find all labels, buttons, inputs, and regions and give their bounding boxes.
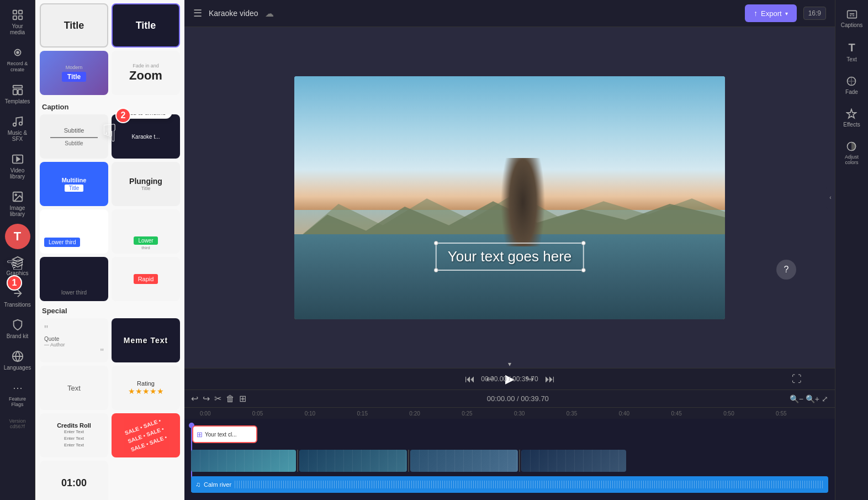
video-clip-2[interactable] <box>299 450 407 472</box>
zoom-in-button[interactable]: 🔍+ <box>806 394 819 403</box>
quote-main-text: Quote <box>44 336 59 342</box>
tile-timer[interactable]: 01:00 <box>40 461 108 500</box>
tile-sale[interactable]: SALE • SALE •SALE • SALE •SALE • SALE • <box>112 413 180 457</box>
sidebar-item-record-create[interactable]: Record &create <box>2 42 33 77</box>
sidebar-label-image-library: Image library <box>4 205 31 217</box>
video-clip-4[interactable] <box>521 450 626 472</box>
text-panel: Title Title Modern Title Fade in and Zoo… <box>35 0 184 500</box>
subtitle-underline: Subtitle <box>50 137 98 146</box>
delete-button[interactable]: 🗑 <box>226 394 235 404</box>
rs-effects[interactable]: Effects <box>841 104 862 132</box>
fast-forward-button[interactable]: ⏭ <box>545 373 555 385</box>
rs-text-icon: T <box>848 41 855 54</box>
tile-meme[interactable]: Meme Text <box>112 318 180 362</box>
tile-rating[interactable]: Rating ★★★★★ <box>112 366 180 410</box>
duplicate-button[interactable]: ⊞ <box>239 393 246 404</box>
ruler-45: 0:45 <box>671 410 723 417</box>
rs-text[interactable]: T Text <box>844 37 859 67</box>
sidebar-label-brand-kit: Brand kit <box>7 333 28 339</box>
sidebar-item-version[interactable]: Versioncd567f <box>2 414 33 434</box>
tile-credits-roll[interactable]: Credits Roll Enter TextEnter TextEnter T… <box>40 413 108 457</box>
ruler-15: 0:15 <box>357 410 409 417</box>
tile-modern-title[interactable]: Modern Title <box>40 51 108 95</box>
tile-quote-author[interactable]: " Quote — Author " <box>40 318 108 362</box>
rs-effects-label: Effects <box>843 122 860 128</box>
ruler-0: 0:00 <box>200 410 252 417</box>
sidebar-item-languages[interactable]: Languages <box>2 346 33 375</box>
rs-captions[interactable]: Captions <box>839 4 865 33</box>
handle-tl[interactable] <box>434 241 438 245</box>
tile-multiline[interactable]: Multiline Title <box>40 162 108 206</box>
timeline-collapse-arrow[interactable]: ▾ <box>508 360 511 368</box>
canvas-text-overlay[interactable]: Your text goes here <box>448 248 572 265</box>
svg-rect-2 <box>13 16 16 19</box>
project-title[interactable]: Karaoke video <box>209 9 258 18</box>
sidebar-label-your-media: Your media <box>4 23 31 35</box>
sidebar-item-music-sfx[interactable]: Music & SFX <box>2 111 33 146</box>
undo-button[interactable]: ↩ <box>191 393 198 404</box>
hamburger-icon[interactable]: ☰ <box>193 7 202 19</box>
text-icon: T <box>14 229 21 244</box>
export-button[interactable]: ↑ Export ▾ <box>745 4 797 22</box>
music-icon: ♫ <box>195 481 200 488</box>
quote-author-text: — Author <box>44 342 65 348</box>
zoom-out-button[interactable]: 🔍− <box>790 394 803 403</box>
tl-current: 00:00.00 <box>487 394 515 403</box>
fit-button[interactable]: ⤢ <box>822 394 828 403</box>
sidebar-item-your-media[interactable]: Your media <box>2 4 33 40</box>
ruler-10: 0:10 <box>305 410 357 417</box>
tile-title-1-label: Title <box>64 20 84 31</box>
cloud-save-icon[interactable]: ☁ <box>265 8 274 19</box>
text-clip[interactable]: ⊞ Your text cl... <box>192 425 257 443</box>
sidebar-label-record-create: Record &create <box>7 61 28 73</box>
timeline-area: ↩ ↪ ✂ 🗑 ⊞ 00:00.00 / 00:39.70 🔍− 🔍+ ⤢ 0:… <box>184 390 835 500</box>
sidebar-item-graphics[interactable]: Graphics <box>2 251 33 281</box>
handle-bl[interactable] <box>434 268 438 272</box>
tile-text-plain[interactable]: Text <box>40 366 108 410</box>
panel-collapse-arrow[interactable]: ‹ <box>826 187 835 209</box>
total-time: 00:39.70 <box>512 375 538 383</box>
tile-rapid[interactable]: Rapid <box>112 257 180 301</box>
video-clip-1[interactable] <box>191 450 296 472</box>
cut-button[interactable]: ✂ <box>214 393 221 404</box>
sidebar-item-transitions[interactable]: Transitions <box>2 283 33 312</box>
rs-adjust-colors[interactable]: Adjustcolors <box>843 136 861 170</box>
tile-plunging[interactable]: Plunging Title <box>112 162 180 206</box>
lower-third-badge: Lower third <box>44 238 80 247</box>
rewind-button[interactable]: ⏮ <box>465 373 475 385</box>
tile-zoom[interactable]: Fade in and Zoom <box>112 51 180 95</box>
rs-captions-label: Captions <box>841 22 862 28</box>
plunging-sub: Title <box>141 186 151 191</box>
canvas-area: ‹ Your text goes here <box>184 27 835 368</box>
tile-title-2[interactable]: Title <box>112 3 180 48</box>
sidebar-item-brand-kit[interactable]: Brand kit <box>2 314 33 344</box>
sidebar-item-templates[interactable]: Templates <box>2 80 33 109</box>
rs-fade[interactable]: Fade <box>843 71 860 99</box>
redo-button[interactable]: ↪ <box>203 393 210 404</box>
tile-karaoke[interactable]: Karaoke t... Add to timeline <box>112 114 180 159</box>
handle-tr[interactable] <box>581 241 585 245</box>
tile-subtitle[interactable]: Subtitle Subtitle <box>40 114 108 159</box>
sidebar-item-image-library[interactable]: Image library <box>2 186 33 222</box>
tile-lower-third-2[interactable]: lower third <box>40 257 108 301</box>
tile-title-1[interactable]: Title <box>40 3 108 48</box>
fullscreen-button[interactable]: ⛶ <box>792 373 802 385</box>
sale-text: SALE • SALE •SALE • SALE •SALE • SALE • <box>124 417 168 455</box>
time-display: 00:00.00 / 00:39.70 <box>481 375 538 383</box>
sidebar-item-video-library[interactable]: Video library <box>2 149 33 184</box>
tile-lower-green[interactable]: Lower third <box>112 209 180 254</box>
ruler-55: 0:55 <box>776 410 828 417</box>
add-to-timeline-btn[interactable]: Add to timeline <box>120 114 172 119</box>
sidebar-item-feature-flags[interactable]: ⋯ Feature Flags <box>2 377 33 412</box>
sidebar-item-text[interactable]: T <box>5 224 30 249</box>
audio-clip[interactable]: ♫ Calm river <box>191 476 828 493</box>
text-overlay-box[interactable]: Your text goes here <box>436 243 584 271</box>
video-clip-3[interactable] <box>410 450 518 472</box>
clip-separator-2 <box>408 450 409 472</box>
help-button[interactable]: ? <box>776 260 796 280</box>
handle-br[interactable] <box>581 268 585 272</box>
tile-lower-third-1[interactable]: Lower third <box>40 209 108 254</box>
zoom-big: Zoom <box>129 69 162 83</box>
aspect-ratio-selector[interactable]: 16:9 <box>803 7 826 20</box>
right-sidebar: Captions T Text Fade Effects Adjustcolor… <box>835 0 868 500</box>
